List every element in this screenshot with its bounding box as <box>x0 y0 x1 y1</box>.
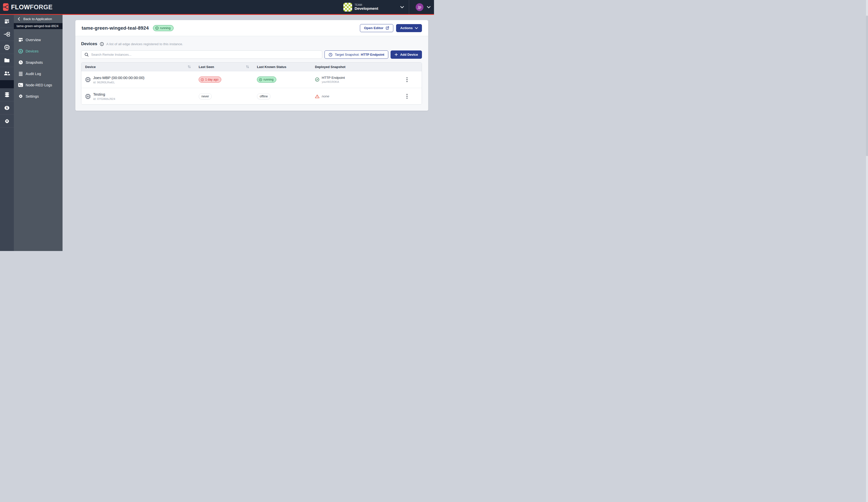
svg-text:$: $ <box>6 106 8 110</box>
team-chevron-down-icon <box>400 6 404 8</box>
warning-triangle-icon <box>315 94 320 98</box>
plus-icon <box>395 53 398 56</box>
search-input[interactable] <box>91 53 319 56</box>
instance-nav-list: Overview Devices Snapshots <box>14 29 63 102</box>
user-menu[interactable]: jp <box>416 3 431 11</box>
kebab-menu-icon[interactable] <box>405 93 409 100</box>
nav-label: Node-RED Logs <box>25 83 52 87</box>
status-badge: offline <box>257 93 270 100</box>
column-header-deployed-snapshot: Deployed Snapshot <box>311 65 392 69</box>
check-circle-icon <box>315 77 320 82</box>
kebab-menu-icon[interactable] <box>405 76 409 83</box>
nav-item-devices[interactable]: Devices <box>14 45 63 57</box>
play-circle-icon <box>259 78 262 81</box>
device-row-testing[interactable]: Testing id: XYGWdvJ924 never offline <box>81 88 422 104</box>
device-row-joes-mbp[interactable]: Joes-MBP (00:00:00:00:00:00) id: 962R0LR… <box>81 71 422 88</box>
target-snapshot-button[interactable]: Target Snapshot: HTTP Endpoint <box>324 51 388 59</box>
play-circle-icon <box>155 27 159 30</box>
top-navbar: FLOWFORGE TEAM: Development jp <box>0 0 434 15</box>
last-seen-badge: 1 day ago <box>199 76 221 83</box>
sort-icon <box>187 65 191 69</box>
team-avatar <box>343 3 352 12</box>
sidebar-icon-library[interactable] <box>0 54 14 67</box>
device-name: Testing <box>93 92 115 96</box>
chip-icon <box>85 94 91 99</box>
devices-section: Devices A list of all edge devices regis… <box>75 36 428 111</box>
sidebar-icon-members[interactable] <box>0 67 14 80</box>
info-icon[interactable] <box>100 42 104 46</box>
snapshot-name: HTTP Endpoint <box>322 76 345 80</box>
chip-icon <box>18 49 23 54</box>
sidebar-spacer <box>0 80 14 88</box>
instance-sidebar: Back to Application tame-green-winged-te… <box>14 15 63 251</box>
exclamation-circle-icon <box>201 78 204 81</box>
devices-heading: Devices <box>81 41 97 46</box>
sort-icon <box>246 65 249 69</box>
main-content: tame-green-winged-teal-8924 running Open… <box>63 15 434 251</box>
nav-item-audit-log[interactable]: Audit Log <box>14 68 63 79</box>
app-root: FLOWFORGE TEAM: Development jp <box>0 0 434 251</box>
status-cell: running <box>253 76 311 83</box>
actions-button[interactable]: Actions <box>396 24 422 32</box>
team-icon-sidebar: $ <box>0 15 14 251</box>
nav-label: Audit Log <box>25 72 41 76</box>
list-lines-icon <box>18 71 23 76</box>
sidebar-icon-overview[interactable] <box>0 15 14 28</box>
sidebar-icon-devices[interactable] <box>0 41 14 54</box>
nav-item-overview[interactable]: Overview <box>14 34 63 45</box>
instance-name-row: tame-green-winged-teal-8924 <box>14 23 63 29</box>
sidebar-icon-settings[interactable] <box>0 114 14 127</box>
device-cell: Joes-MBP (00:00:00:00:00:00) id: 962R0LR… <box>81 75 195 84</box>
instance-header: tame-green-winged-teal-8924 running Open… <box>75 20 428 36</box>
sidebar-icon-database[interactable] <box>0 88 14 102</box>
devices-description: A list of all edge devices registered to… <box>106 42 183 46</box>
table-header: Device Last Seen <box>81 63 422 71</box>
open-editor-button[interactable]: Open Editor <box>360 24 393 32</box>
chevron-left-icon <box>18 17 20 21</box>
team-label: TEAM: <box>355 3 378 7</box>
chevron-down-icon <box>415 27 418 29</box>
panels-icon <box>18 38 23 42</box>
nav-label: Snapshots <box>25 61 43 64</box>
snapshot-none: none <box>322 94 329 98</box>
device-id: id: 962R0LRwEL <box>93 81 144 84</box>
search-box <box>81 51 322 59</box>
add-device-button[interactable]: Add Device <box>391 51 422 59</box>
nav-item-settings[interactable]: Settings <box>14 91 63 102</box>
status-badge: running <box>257 76 276 83</box>
navbar-right: TEAM: Development jp <box>343 0 431 14</box>
devices-heading-row: Devices A list of all edge devices regis… <box>81 41 422 46</box>
flowforge-logo[interactable]: FLOWFORGE <box>3 3 52 11</box>
user-avatar: jp <box>416 3 423 11</box>
main-layout: $ Back to Application tame-green-winged-… <box>0 15 434 251</box>
chip-icon <box>85 77 91 82</box>
team-selector[interactable]: TEAM: Development <box>343 0 404 14</box>
nav-item-node-red-logs[interactable]: Node-RED Logs <box>14 79 63 91</box>
column-header-last-known-status: Last Known Status <box>253 65 311 69</box>
devices-toolbar: Target Snapshot: HTTP Endpoint Add Devic… <box>81 51 422 59</box>
terminal-icon <box>18 83 23 87</box>
last-seen-cell: 1 day ago <box>195 76 253 83</box>
devices-table: Device Last Seen <box>81 62 422 105</box>
back-to-application[interactable]: Back to Application <box>14 15 63 23</box>
status-cell: offline <box>253 93 311 100</box>
flowforge-logo-icon <box>3 3 9 11</box>
last-seen-cell: never <box>195 93 253 100</box>
clock-outline-icon <box>329 53 332 57</box>
column-header-device[interactable]: Device <box>81 65 195 69</box>
device-cell: Testing id: XYGWdvJ924 <box>81 92 195 101</box>
column-header-last-seen[interactable]: Last Seen <box>195 65 253 69</box>
page-title: tame-green-winged-teal-8924 <box>82 25 149 31</box>
external-link-icon <box>385 26 389 30</box>
back-to-application-label: Back to Application <box>23 17 52 21</box>
nav-item-snapshots[interactable]: Snapshots <box>14 57 63 68</box>
search-icon <box>84 52 89 57</box>
last-seen-badge: never <box>199 93 212 100</box>
deployed-snapshot-cell: HTTP Endpoint yavrW1R0KA <box>311 76 392 83</box>
team-name: Development <box>355 6 378 11</box>
snapshot-id: yavrW1R0KA <box>322 80 345 83</box>
sidebar-icon-billing[interactable]: $ <box>0 102 14 114</box>
sidebar-icon-pipelines[interactable] <box>0 28 14 41</box>
row-actions-cell <box>392 76 422 83</box>
nav-label: Devices <box>25 49 39 53</box>
